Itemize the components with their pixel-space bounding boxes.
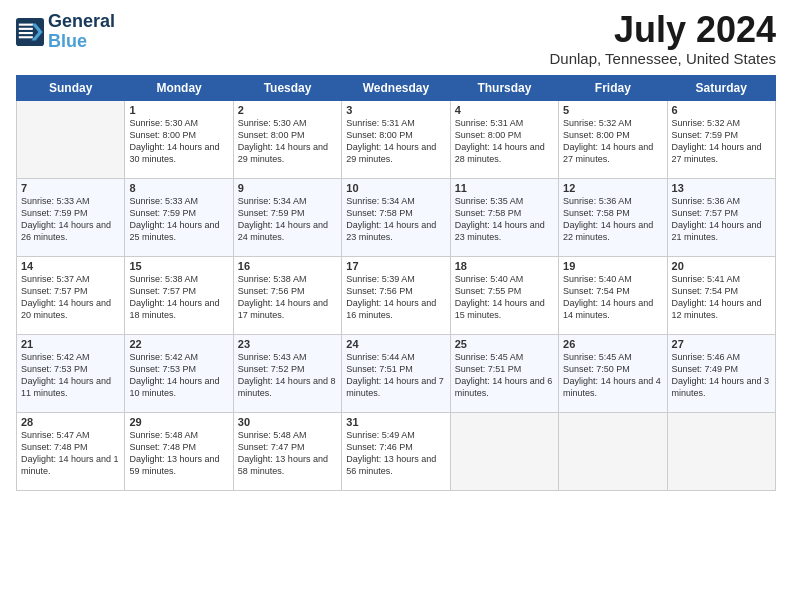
day-info: Sunrise: 5:33 AM Sunset: 7:59 PM Dayligh… (21, 195, 120, 244)
day-number: 26 (563, 338, 662, 350)
weekday-header-wednesday: Wednesday (342, 76, 450, 101)
day-number: 24 (346, 338, 445, 350)
day-info: Sunrise: 5:48 AM Sunset: 7:47 PM Dayligh… (238, 429, 337, 478)
calendar-cell: 26Sunrise: 5:45 AM Sunset: 7:50 PM Dayli… (559, 335, 667, 413)
calendar-cell: 21Sunrise: 5:42 AM Sunset: 7:53 PM Dayli… (17, 335, 125, 413)
calendar-cell: 17Sunrise: 5:39 AM Sunset: 7:56 PM Dayli… (342, 257, 450, 335)
calendar-cell: 13Sunrise: 5:36 AM Sunset: 7:57 PM Dayli… (667, 179, 775, 257)
day-number: 6 (672, 104, 771, 116)
calendar-cell: 19Sunrise: 5:40 AM Sunset: 7:54 PM Dayli… (559, 257, 667, 335)
day-number: 21 (21, 338, 120, 350)
day-number: 13 (672, 182, 771, 194)
calendar-cell (559, 413, 667, 491)
day-number: 14 (21, 260, 120, 272)
calendar-cell: 12Sunrise: 5:36 AM Sunset: 7:58 PM Dayli… (559, 179, 667, 257)
weekday-header-row: SundayMondayTuesdayWednesdayThursdayFrid… (17, 76, 776, 101)
week-row-5: 28Sunrise: 5:47 AM Sunset: 7:48 PM Dayli… (17, 413, 776, 491)
day-number: 4 (455, 104, 554, 116)
day-info: Sunrise: 5:45 AM Sunset: 7:50 PM Dayligh… (563, 351, 662, 400)
day-info: Sunrise: 5:40 AM Sunset: 7:55 PM Dayligh… (455, 273, 554, 322)
day-info: Sunrise: 5:44 AM Sunset: 7:51 PM Dayligh… (346, 351, 445, 400)
header: General Blue July 2024 Dunlap, Tennessee… (16, 12, 776, 67)
day-info: Sunrise: 5:41 AM Sunset: 7:54 PM Dayligh… (672, 273, 771, 322)
day-info: Sunrise: 5:47 AM Sunset: 7:48 PM Dayligh… (21, 429, 120, 478)
logo-icon (16, 18, 44, 46)
calendar-cell: 25Sunrise: 5:45 AM Sunset: 7:51 PM Dayli… (450, 335, 558, 413)
day-info: Sunrise: 5:32 AM Sunset: 7:59 PM Dayligh… (672, 117, 771, 166)
day-number: 16 (238, 260, 337, 272)
calendar-cell: 15Sunrise: 5:38 AM Sunset: 7:57 PM Dayli… (125, 257, 233, 335)
calendar-cell: 14Sunrise: 5:37 AM Sunset: 7:57 PM Dayli… (17, 257, 125, 335)
day-number: 27 (672, 338, 771, 350)
day-info: Sunrise: 5:39 AM Sunset: 7:56 PM Dayligh… (346, 273, 445, 322)
day-number: 11 (455, 182, 554, 194)
day-info: Sunrise: 5:42 AM Sunset: 7:53 PM Dayligh… (129, 351, 228, 400)
day-info: Sunrise: 5:32 AM Sunset: 8:00 PM Dayligh… (563, 117, 662, 166)
day-info: Sunrise: 5:38 AM Sunset: 7:57 PM Dayligh… (129, 273, 228, 322)
logo: General Blue (16, 12, 115, 52)
weekday-header-monday: Monday (125, 76, 233, 101)
weekday-header-tuesday: Tuesday (233, 76, 341, 101)
day-number: 20 (672, 260, 771, 272)
day-number: 7 (21, 182, 120, 194)
day-number: 12 (563, 182, 662, 194)
day-number: 19 (563, 260, 662, 272)
calendar-cell: 16Sunrise: 5:38 AM Sunset: 7:56 PM Dayli… (233, 257, 341, 335)
day-number: 23 (238, 338, 337, 350)
svg-rect-3 (19, 28, 33, 30)
day-info: Sunrise: 5:40 AM Sunset: 7:54 PM Dayligh… (563, 273, 662, 322)
calendar-cell: 10Sunrise: 5:34 AM Sunset: 7:58 PM Dayli… (342, 179, 450, 257)
day-number: 30 (238, 416, 337, 428)
day-info: Sunrise: 5:46 AM Sunset: 7:49 PM Dayligh… (672, 351, 771, 400)
calendar-cell: 23Sunrise: 5:43 AM Sunset: 7:52 PM Dayli… (233, 335, 341, 413)
calendar-cell: 30Sunrise: 5:48 AM Sunset: 7:47 PM Dayli… (233, 413, 341, 491)
day-info: Sunrise: 5:36 AM Sunset: 7:57 PM Dayligh… (672, 195, 771, 244)
day-number: 18 (455, 260, 554, 272)
day-number: 5 (563, 104, 662, 116)
day-info: Sunrise: 5:49 AM Sunset: 7:46 PM Dayligh… (346, 429, 445, 478)
calendar-page: General Blue July 2024 Dunlap, Tennessee… (0, 0, 792, 612)
day-info: Sunrise: 5:37 AM Sunset: 7:57 PM Dayligh… (21, 273, 120, 322)
week-row-2: 7Sunrise: 5:33 AM Sunset: 7:59 PM Daylig… (17, 179, 776, 257)
day-number: 25 (455, 338, 554, 350)
location: Dunlap, Tennessee, United States (549, 50, 776, 67)
weekday-header-friday: Friday (559, 76, 667, 101)
day-info: Sunrise: 5:34 AM Sunset: 7:58 PM Dayligh… (346, 195, 445, 244)
calendar-cell: 20Sunrise: 5:41 AM Sunset: 7:54 PM Dayli… (667, 257, 775, 335)
day-number: 22 (129, 338, 228, 350)
calendar-cell (450, 413, 558, 491)
calendar-cell: 22Sunrise: 5:42 AM Sunset: 7:53 PM Dayli… (125, 335, 233, 413)
svg-rect-5 (19, 36, 33, 38)
week-row-4: 21Sunrise: 5:42 AM Sunset: 7:53 PM Dayli… (17, 335, 776, 413)
day-info: Sunrise: 5:30 AM Sunset: 8:00 PM Dayligh… (129, 117, 228, 166)
calendar-cell: 3Sunrise: 5:31 AM Sunset: 8:00 PM Daylig… (342, 101, 450, 179)
day-number: 29 (129, 416, 228, 428)
day-number: 28 (21, 416, 120, 428)
day-number: 10 (346, 182, 445, 194)
weekday-header-saturday: Saturday (667, 76, 775, 101)
day-info: Sunrise: 5:38 AM Sunset: 7:56 PM Dayligh… (238, 273, 337, 322)
day-info: Sunrise: 5:43 AM Sunset: 7:52 PM Dayligh… (238, 351, 337, 400)
calendar-cell: 11Sunrise: 5:35 AM Sunset: 7:58 PM Dayli… (450, 179, 558, 257)
calendar-cell: 1Sunrise: 5:30 AM Sunset: 8:00 PM Daylig… (125, 101, 233, 179)
day-info: Sunrise: 5:31 AM Sunset: 8:00 PM Dayligh… (455, 117, 554, 166)
week-row-3: 14Sunrise: 5:37 AM Sunset: 7:57 PM Dayli… (17, 257, 776, 335)
calendar-cell: 8Sunrise: 5:33 AM Sunset: 7:59 PM Daylig… (125, 179, 233, 257)
calendar-cell: 6Sunrise: 5:32 AM Sunset: 7:59 PM Daylig… (667, 101, 775, 179)
day-info: Sunrise: 5:34 AM Sunset: 7:59 PM Dayligh… (238, 195, 337, 244)
calendar-cell: 2Sunrise: 5:30 AM Sunset: 8:00 PM Daylig… (233, 101, 341, 179)
day-number: 1 (129, 104, 228, 116)
weekday-header-sunday: Sunday (17, 76, 125, 101)
calendar-table: SundayMondayTuesdayWednesdayThursdayFrid… (16, 75, 776, 491)
logo-text: General Blue (48, 12, 115, 52)
weekday-header-thursday: Thursday (450, 76, 558, 101)
day-number: 2 (238, 104, 337, 116)
svg-rect-2 (19, 23, 33, 25)
day-info: Sunrise: 5:36 AM Sunset: 7:58 PM Dayligh… (563, 195, 662, 244)
day-info: Sunrise: 5:30 AM Sunset: 8:00 PM Dayligh… (238, 117, 337, 166)
calendar-cell (17, 101, 125, 179)
day-number: 31 (346, 416, 445, 428)
calendar-cell: 9Sunrise: 5:34 AM Sunset: 7:59 PM Daylig… (233, 179, 341, 257)
day-number: 8 (129, 182, 228, 194)
day-info: Sunrise: 5:33 AM Sunset: 7:59 PM Dayligh… (129, 195, 228, 244)
